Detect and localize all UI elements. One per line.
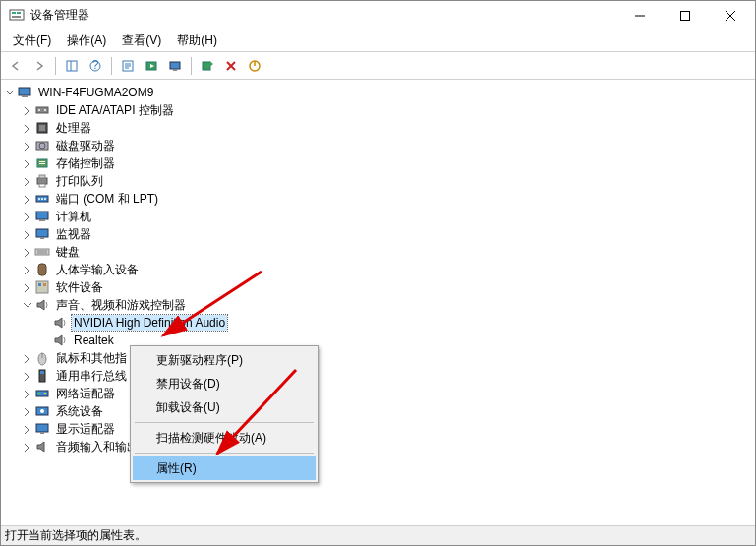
expand-icon[interactable] bbox=[21, 352, 32, 364]
tree-category[interactable]: 网络适配器 bbox=[3, 385, 753, 402]
tree-label: 人体学输入设备 bbox=[54, 261, 141, 279]
uninstall-button[interactable] bbox=[220, 55, 242, 77]
tree-device[interactable]: NVIDIA High Definition Audio bbox=[3, 314, 753, 332]
cm-properties[interactable]: 属性(R) bbox=[133, 456, 316, 480]
context-menu: 更新驱动程序(P) 禁用设备(D) 卸载设备(U) 扫描检测硬件改动(A) 属性… bbox=[130, 345, 319, 483]
tree-label: 处理器 bbox=[54, 119, 93, 138]
usb-icon bbox=[34, 368, 50, 384]
tree-category[interactable]: 监视器 bbox=[3, 225, 753, 243]
tree-label: Realtek bbox=[72, 333, 116, 348]
expand-icon[interactable] bbox=[21, 246, 32, 258]
tree-root[interactable]: WIN-F4FUGMA2OM9 bbox=[3, 84, 753, 101]
collapse-icon[interactable] bbox=[3, 87, 15, 98]
tree-label: NVIDIA High Definition Audio bbox=[72, 315, 227, 331]
tree-label: 软件设备 bbox=[54, 278, 105, 297]
close-button[interactable] bbox=[708, 1, 753, 30]
cm-update-driver[interactable]: 更新驱动程序(P) bbox=[133, 348, 316, 372]
expand-icon[interactable] bbox=[21, 228, 32, 240]
tree-category[interactable]: 软件设备 bbox=[3, 278, 753, 296]
tree-category[interactable]: 端口 (COM 和 LPT) bbox=[3, 190, 753, 208]
menu-file[interactable]: 文件(F) bbox=[5, 30, 59, 51]
svg-rect-49 bbox=[38, 264, 46, 275]
svg-rect-1 bbox=[12, 12, 16, 14]
tree-category[interactable]: 存储控制器 bbox=[3, 154, 753, 172]
tree-category[interactable]: 系统设备 bbox=[3, 402, 753, 420]
disable-button[interactable] bbox=[244, 55, 265, 77]
sound-icon bbox=[52, 333, 68, 348]
printer-icon bbox=[34, 173, 50, 189]
expand-icon[interactable] bbox=[21, 157, 32, 169]
expand-icon[interactable] bbox=[21, 264, 32, 275]
tree-label: 打印队列 bbox=[54, 172, 105, 191]
expand-icon[interactable] bbox=[21, 441, 32, 453]
device-computer-icon[interactable] bbox=[164, 55, 186, 77]
expand-icon[interactable] bbox=[21, 122, 32, 134]
storage-icon bbox=[34, 155, 50, 171]
svg-point-39 bbox=[38, 198, 40, 200]
tree-category[interactable]: 鼠标和其他指 bbox=[3, 349, 753, 367]
tree-category-sound[interactable]: 声音、视频和游戏控制器 bbox=[3, 296, 753, 314]
tree-category[interactable]: 通用串行总线 bbox=[3, 367, 753, 385]
cm-separator bbox=[135, 422, 314, 423]
svg-point-26 bbox=[38, 109, 40, 111]
expand-icon[interactable] bbox=[21, 388, 32, 399]
tree-category[interactable]: IDE ATA/ATAPI 控制器 bbox=[3, 101, 753, 119]
ide-icon bbox=[34, 102, 50, 118]
forward-button[interactable] bbox=[29, 55, 50, 77]
expand-icon[interactable] bbox=[21, 281, 32, 293]
tool-button-2[interactable] bbox=[141, 55, 162, 77]
svg-point-59 bbox=[44, 393, 46, 394]
tree-device[interactable]: Realtek bbox=[3, 332, 753, 349]
maximize-button[interactable] bbox=[663, 1, 708, 30]
cm-separator bbox=[135, 453, 314, 454]
menu-help[interactable]: 帮助(H) bbox=[169, 30, 225, 51]
collapse-icon[interactable] bbox=[21, 299, 32, 311]
tree-label: IDE ATA/ATAPI 控制器 bbox=[54, 101, 176, 120]
tree-category[interactable]: 音频输入和输出 bbox=[3, 438, 753, 455]
tree-category[interactable]: 键盘 bbox=[3, 243, 753, 261]
properties-button[interactable] bbox=[117, 55, 139, 77]
show-hide-button[interactable] bbox=[61, 55, 83, 77]
tree-category[interactable]: 处理器 bbox=[3, 119, 753, 137]
cm-disable[interactable]: 禁用设备(D) bbox=[133, 372, 316, 395]
help-button[interactable]: ? bbox=[85, 55, 106, 77]
tree-label: 鼠标和其他指 bbox=[54, 349, 129, 368]
svg-rect-0 bbox=[10, 10, 24, 20]
audio-icon bbox=[34, 439, 50, 455]
tree-root-label: WIN-F4FUGMA2OM9 bbox=[36, 85, 155, 100]
svg-rect-56 bbox=[40, 371, 44, 374]
minimize-button[interactable] bbox=[617, 1, 663, 30]
scan-hardware-button[interactable] bbox=[197, 55, 218, 77]
svg-rect-46 bbox=[35, 249, 49, 255]
svg-rect-19 bbox=[203, 62, 210, 70]
tree-label: 通用串行总线 bbox=[54, 367, 129, 386]
expand-icon[interactable] bbox=[21, 211, 32, 222]
back-button[interactable] bbox=[5, 55, 27, 77]
tree-category[interactable]: 显示适配器 bbox=[3, 420, 753, 438]
expand-icon[interactable] bbox=[21, 405, 32, 417]
expand-icon[interactable] bbox=[21, 370, 32, 382]
menu-view[interactable]: 查看(V) bbox=[114, 30, 169, 51]
tree-label: 端口 (COM 和 LPT) bbox=[54, 190, 160, 209]
tree-label: 系统设备 bbox=[54, 402, 105, 421]
expand-icon[interactable] bbox=[21, 423, 32, 435]
tree-category[interactable]: 人体学输入设备 bbox=[3, 261, 753, 278]
tree-category[interactable]: 磁盘驱动器 bbox=[3, 137, 753, 154]
tree-category[interactable]: 计算机 bbox=[3, 208, 753, 225]
expand-icon[interactable] bbox=[21, 175, 32, 187]
sound-icon bbox=[34, 297, 50, 313]
svg-rect-62 bbox=[36, 424, 48, 432]
menu-action[interactable]: 操作(A) bbox=[59, 30, 114, 51]
expand-icon[interactable] bbox=[21, 104, 32, 116]
device-tree[interactable]: WIN-F4FUGMA2OM9 IDE ATA/ATAPI 控制器处理器磁盘驱动… bbox=[1, 80, 755, 532]
svg-rect-42 bbox=[36, 212, 48, 219]
cm-scan-hardware[interactable]: 扫描检测硬件改动(A) bbox=[133, 426, 316, 450]
svg-rect-17 bbox=[170, 62, 180, 69]
expand-icon[interactable] bbox=[21, 193, 32, 205]
tree-category[interactable]: 打印队列 bbox=[3, 172, 753, 190]
svg-rect-24 bbox=[22, 95, 28, 97]
cm-uninstall[interactable]: 卸载设备(U) bbox=[133, 395, 316, 419]
tree-label: 音频输入和输出 bbox=[54, 438, 141, 456]
expand-icon[interactable] bbox=[21, 140, 32, 152]
svg-rect-51 bbox=[38, 283, 41, 286]
